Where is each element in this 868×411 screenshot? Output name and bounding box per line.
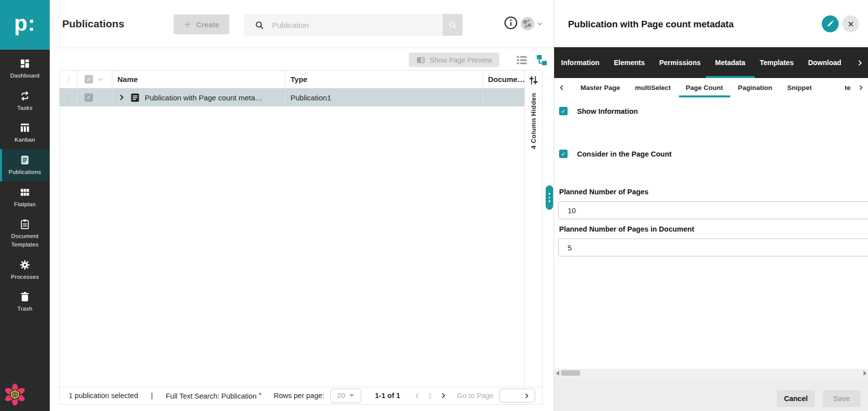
pagination-controls: Rows per page: 20 1-1 of 1 1 Go to Page	[274, 389, 535, 403]
sidebar-item-trash[interactable]: Trash	[0, 286, 50, 318]
tab-information[interactable]: Information	[561, 47, 599, 78]
selected-count-text: 1 publication selected	[69, 392, 138, 400]
pencil-icon	[826, 20, 834, 28]
sidebar-item-label: Publications	[8, 168, 41, 176]
edit-button[interactable]	[822, 15, 839, 32]
create-button[interactable]: Create	[174, 14, 229, 34]
rows-per-page-value: 20	[337, 392, 345, 400]
search-input[interactable]	[264, 21, 443, 29]
page-preview-icon	[416, 56, 425, 65]
checkbox-label: Consider in the Page Count	[577, 150, 672, 158]
subtab-master-page[interactable]: Master Page	[580, 78, 620, 97]
close-panel-button[interactable]	[842, 15, 859, 32]
subtab-label: multiSelect	[635, 84, 671, 91]
table-header-row: Name Type Docume…	[60, 71, 524, 88]
select-all-checkbox[interactable]	[85, 75, 93, 83]
subtab-page-count[interactable]: Page Count	[686, 78, 723, 97]
column-header-type[interactable]: Type	[286, 71, 483, 88]
subtab-label: Page Count	[686, 84, 723, 91]
tab-permissions[interactable]: Permissions	[659, 47, 700, 78]
sidebar-item-tasks[interactable]: Tasks	[0, 85, 50, 117]
clear-search-icon[interactable]: ✕	[258, 392, 262, 397]
go-to-page-input[interactable]	[500, 392, 523, 400]
consider-page-count-checkbox[interactable]	[559, 150, 568, 158]
scroll-right-arrow-icon[interactable]	[864, 371, 867, 376]
metadata-subtab-bar: Master Page multiSelect Page Count Pagin…	[554, 78, 868, 97]
main-header: Publications Create	[50, 0, 554, 48]
subtab-truncated[interactable]: te	[845, 78, 853, 97]
tab-label: Permissions	[659, 59, 700, 67]
sidebar: p: Dashboard Tasks Kanban Publications	[0, 0, 50, 411]
search-submit-button[interactable]	[443, 14, 463, 36]
tab-download[interactable]: Download	[808, 47, 841, 78]
subtab-pagination[interactable]: Pagination	[738, 78, 772, 97]
tab-label: Download	[808, 59, 841, 67]
save-button[interactable]: Save	[823, 390, 861, 407]
user-menu-chevron-down-icon[interactable]	[536, 20, 543, 27]
column-settings-icon[interactable]	[528, 75, 539, 86]
header-checkbox-cell	[78, 71, 112, 88]
main-area: Publications Create Show Page Preview	[50, 0, 554, 411]
sidebar-item-processes[interactable]: Processes	[0, 254, 50, 286]
sidebar-item-publications[interactable]: Publications	[0, 149, 50, 181]
tab-label: Elements	[614, 59, 645, 67]
select-menu-chevron-down-icon[interactable]	[97, 76, 104, 83]
sidebar-item-dashboard[interactable]: Dashboard	[0, 53, 50, 85]
table-top: Name Type Docume…	[60, 71, 542, 387]
sidebar-nav: Dashboard Tasks Kanban Publications Flat…	[0, 53, 50, 318]
sidebar-item-flatplan[interactable]: Flatplan	[0, 181, 50, 214]
full-text-search-text: Full Text Search: Publication	[166, 392, 257, 400]
planned-pages-document-input[interactable]	[558, 239, 868, 256]
sidebar-item-document-templates[interactable]: Document Templates	[0, 213, 50, 253]
flower-widget-icon[interactable]	[3, 383, 26, 406]
tab-elements[interactable]: Elements	[614, 47, 645, 78]
sidebar-item-label: Kanban	[14, 136, 35, 144]
show-information-checkbox-row[interactable]: Show Information	[559, 107, 638, 115]
tab-templates[interactable]: Templates	[760, 47, 793, 78]
info-icon[interactable]	[504, 16, 518, 30]
row-kebab-menu-icon[interactable]	[65, 92, 72, 102]
panel-header: Publication with Page count metadata	[554, 0, 868, 47]
sidebar-item-label: Dashboard	[10, 72, 40, 80]
show-page-preview-button[interactable]: Show Page Preview	[409, 53, 499, 67]
sidebar-item-label: Flatplan	[14, 200, 35, 209]
list-view-icon[interactable]	[515, 54, 528, 67]
subtab-snippet[interactable]: Snippet	[787, 78, 812, 97]
app-logo[interactable]: p:	[0, 0, 50, 50]
sidebar-item-kanban[interactable]: Kanban	[0, 117, 50, 149]
horizontal-scrollbar[interactable]	[554, 369, 868, 378]
expand-row-chevron-right-icon[interactable]	[117, 93, 125, 101]
row-name-text: Publication with Page count meta…	[145, 93, 263, 102]
kebab-menu-icon[interactable]	[65, 75, 72, 84]
table-row[interactable]: Publication with Page count meta… Public…	[60, 88, 524, 106]
subtab-multiselect[interactable]: multiSelect	[635, 78, 671, 97]
previous-page-chevron-left-icon[interactable]	[413, 392, 421, 400]
table-grid: Name Type Docume…	[60, 71, 524, 387]
current-page-number[interactable]: 1	[428, 392, 432, 400]
scrollbar-thumb[interactable]	[561, 370, 580, 376]
hidden-columns-label[interactable]: 4 Column Hidden	[530, 93, 537, 149]
column-header-name[interactable]: Name	[112, 71, 286, 88]
scroll-left-arrow-icon[interactable]	[556, 371, 559, 376]
planned-pages-document-label: Planned Number of Pages in Document	[559, 225, 694, 233]
panel-resize-handle[interactable]	[546, 185, 553, 210]
planned-pages-input[interactable]	[558, 201, 868, 219]
search-bar	[244, 14, 463, 36]
row-checkbox[interactable]	[85, 93, 93, 102]
user-avatar[interactable]	[521, 17, 534, 30]
next-page-chevron-right-icon[interactable]	[439, 392, 447, 400]
subtabs-scroll-right-chevron-icon[interactable]	[857, 84, 865, 91]
show-information-checkbox[interactable]	[559, 107, 568, 115]
table-empty-area	[60, 106, 524, 387]
row-type-cell: Publication1	[286, 88, 483, 106]
tab-metadata[interactable]: Metadata	[715, 47, 746, 78]
subtabs-scroll-left-chevron-icon[interactable]	[558, 84, 566, 91]
rows-per-page-select[interactable]: 20	[330, 389, 361, 403]
consider-page-count-checkbox-row[interactable]: Consider in the Page Count	[559, 150, 672, 158]
column-header-document[interactable]: Docume…	[483, 71, 524, 88]
tree-view-icon[interactable]	[535, 54, 548, 67]
app-logo-text: p:	[14, 11, 36, 36]
go-to-page-submit-icon[interactable]	[523, 392, 530, 400]
cancel-button[interactable]: Cancel	[777, 390, 815, 407]
tabs-scroll-right-chevron-icon[interactable]	[856, 59, 864, 67]
